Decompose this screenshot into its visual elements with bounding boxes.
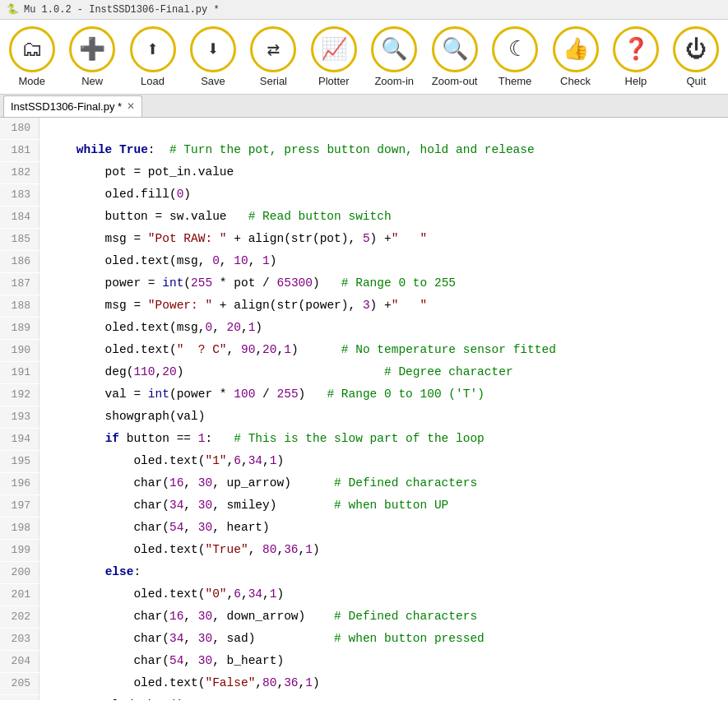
- line-number: 196: [0, 473, 39, 494]
- table-row: 183 oled.fill(0): [0, 183, 728, 206]
- serial-label: Serial: [260, 75, 287, 87]
- toolbar-save-button[interactable]: ⬇ Save: [183, 23, 243, 90]
- table-row: 187 power = int(255 * pot / 65300) # Ran…: [0, 272, 728, 295]
- new-label: New: [81, 75, 103, 87]
- table-row: 205 oled.text("False",80,36,1): [0, 672, 728, 694]
- table-row: 181 while True: # Turn the pot, press bu…: [0, 139, 728, 161]
- toolbar-quit-button[interactable]: ⏻ Quit: [666, 23, 726, 90]
- toolbar-check-button[interactable]: 👍 Check: [545, 23, 605, 90]
- zoom-out-icon: 🔍: [432, 26, 478, 72]
- title-bar: 🐍 Mu 1.0.2 - InstSSD1306-Final.py *: [0, 0, 728, 20]
- line-number: 206: [0, 695, 39, 700]
- table-row: 206 oled.show(): [0, 694, 728, 700]
- line-code: oled.text(msg, 0, 10, 1): [39, 250, 276, 272]
- line-code: button = sw.value # Read button switch: [39, 206, 392, 227]
- line-code: msg = "Pot RAW: " + align(str(pot), 5) +…: [39, 228, 427, 249]
- line-code: oled.text("0",6,34,1): [39, 583, 284, 605]
- line-code: while True: # Turn the pot, press button…: [39, 139, 535, 160]
- table-row: 182 pot = pot_in.value: [0, 161, 728, 183]
- new-icon: ➕: [69, 26, 115, 72]
- line-number: 188: [0, 295, 39, 317]
- app-icon: 🐍: [7, 3, 19, 16]
- line-code: oled.text(msg,0, 20,1): [39, 317, 262, 338]
- line-code: deg(110,20) # Degree character: [39, 361, 513, 383]
- table-row: 202 char(16, 30, down_arrow) # Defined c…: [0, 606, 728, 628]
- toolbar-new-button[interactable]: ➕ New: [62, 23, 122, 90]
- line-number: 194: [0, 429, 39, 450]
- tab-close-button[interactable]: ✕: [127, 100, 135, 112]
- line-number: 183: [0, 184, 39, 206]
- toolbar-zoom-out-button[interactable]: 🔍 Zoom-out: [424, 23, 485, 90]
- table-row: 191 deg(110,20) # Degree character: [0, 361, 728, 383]
- code-editor[interactable]: 180181 while True: # Turn the pot, press…: [0, 118, 728, 700]
- line-code: oled.fill(0): [39, 183, 191, 205]
- line-code: oled.text("False",80,36,1): [39, 672, 320, 694]
- load-icon: ⬆: [130, 26, 176, 72]
- table-row: 192 val = int(power * 100 / 255) # Range…: [0, 383, 728, 406]
- line-number: 201: [0, 584, 39, 606]
- toolbar: 🗂 Mode ➕ New ⬆ Load ⬇ Save ⇄ Serial 📈 Pl…: [0, 20, 728, 95]
- line-number: 181: [0, 140, 39, 161]
- plotter-icon: 📈: [311, 26, 357, 72]
- line-number: 202: [0, 606, 39, 628]
- line-code: else:: [39, 561, 141, 582]
- file-tab[interactable]: InstSSD1306-Final.py * ✕: [3, 95, 142, 117]
- theme-label: Theme: [498, 75, 531, 87]
- quit-icon: ⏻: [673, 26, 719, 72]
- line-number: 200: [0, 562, 39, 583]
- line-number: 192: [0, 384, 39, 406]
- help-icon: ❓: [613, 26, 659, 72]
- check-icon: 👍: [553, 26, 599, 72]
- window-title: Mu 1.0.2 - InstSSD1306-Final.py *: [24, 4, 220, 16]
- tab-bar: InstSSD1306-Final.py * ✕: [0, 95, 728, 118]
- check-label: Check: [560, 75, 591, 87]
- table-row: 180: [0, 118, 728, 139]
- line-code: val = int(power * 100 / 255) # Range 0 t…: [39, 383, 485, 405]
- toolbar-theme-button[interactable]: ☾ Theme: [485, 23, 545, 90]
- line-code: oled.text("1",6,34,1): [39, 450, 284, 471]
- toolbar-load-button[interactable]: ⬆ Load: [123, 23, 183, 90]
- line-number: 190: [0, 340, 39, 361]
- line-code: char(16, 30, up_arrow) # Defined charact…: [39, 472, 477, 494]
- line-number: 204: [0, 651, 39, 672]
- toolbar-plotter-button[interactable]: 📈 Plotter: [304, 23, 364, 90]
- line-code: char(54, 30, heart): [39, 517, 270, 538]
- line-number: 187: [0, 273, 39, 295]
- table-row: 194 if button == 1: # This is the slow p…: [0, 428, 728, 450]
- line-code: showgraph(val): [39, 406, 205, 427]
- table-row: 184 button = sw.value # Read button swit…: [0, 206, 728, 228]
- save-label: Save: [201, 75, 225, 87]
- line-number: 203: [0, 629, 39, 650]
- line-code: msg = "Power: " + align(str(power), 3) +…: [39, 295, 427, 316]
- table-row: 185 msg = "Pot RAW: " + align(str(pot), …: [0, 228, 728, 250]
- mode-label: Mode: [18, 75, 45, 87]
- table-row: 200 else:: [0, 561, 728, 583]
- table-row: 197 char(34, 30, smiley) # when button U…: [0, 494, 728, 517]
- table-row: 199 oled.text("True", 80,36,1): [0, 539, 728, 561]
- line-number: 191: [0, 362, 39, 383]
- table-row: 198 char(54, 30, heart): [0, 517, 728, 539]
- zoom-in-label: Zoom-in: [374, 75, 414, 87]
- line-code: oled.show(): [39, 694, 183, 700]
- toolbar-serial-button[interactable]: ⇄ Serial: [243, 23, 304, 90]
- zoom-in-icon: 🔍: [371, 26, 417, 72]
- tab-label: InstSSD1306-Final.py *: [11, 100, 122, 113]
- toolbar-help-button[interactable]: ❓ Help: [605, 23, 665, 90]
- line-number: 193: [0, 406, 39, 428]
- toolbar-zoom-in-button[interactable]: 🔍 Zoom-in: [364, 23, 424, 90]
- table-row: 203 char(34, 30, sad) # when button pres…: [0, 628, 728, 650]
- line-code: oled.text(" ? C", 90,20,1) # No temperat…: [39, 339, 556, 360]
- line-code: char(54, 30, b_heart): [39, 650, 284, 671]
- save-icon: ⬇: [190, 26, 236, 72]
- table-row: 193 showgraph(val): [0, 406, 728, 428]
- toolbar-mode-button[interactable]: 🗂 Mode: [2, 23, 62, 90]
- line-number: 180: [0, 118, 39, 139]
- zoom-out-label: Zoom-out: [432, 75, 478, 87]
- mode-icon: 🗂: [9, 26, 55, 72]
- table-row: 188 msg = "Power: " + align(str(power), …: [0, 295, 728, 317]
- line-code: oled.text("True", 80,36,1): [39, 539, 320, 560]
- plotter-label: Plotter: [318, 75, 350, 87]
- table-row: 195 oled.text("1",6,34,1): [0, 450, 728, 472]
- table-row: 204 char(54, 30, b_heart): [0, 650, 728, 672]
- line-number: 186: [0, 251, 39, 272]
